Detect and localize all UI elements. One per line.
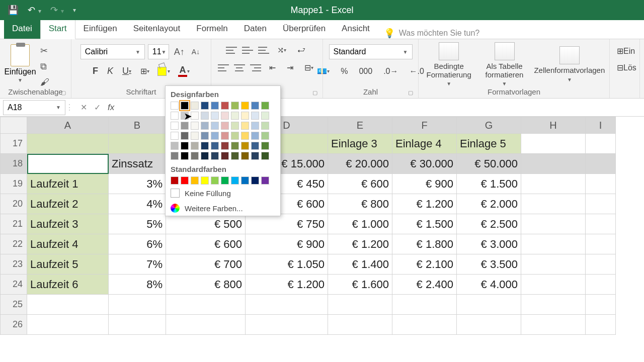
cell[interactable]: Einlage 4 (392, 134, 457, 154)
color-swatch[interactable] (261, 152, 269, 160)
cell[interactable]: € 2.500 (457, 214, 521, 234)
cell[interactable] (109, 295, 166, 315)
color-swatch[interactable] (241, 142, 249, 150)
cell[interactable] (328, 295, 392, 315)
color-swatch[interactable] (171, 176, 179, 185)
undo-icon[interactable]: ↶▾ (28, 5, 41, 16)
color-swatch[interactable] (181, 152, 189, 160)
color-swatch[interactable] (231, 142, 239, 150)
wrap-text-button[interactable]: ⮐ (294, 45, 308, 56)
cell[interactable] (586, 154, 616, 174)
col-header[interactable]: H (521, 117, 586, 134)
align-left-icon[interactable] (218, 63, 229, 72)
color-swatch[interactable] (261, 122, 269, 130)
cell[interactable]: Laufzeit 3 (27, 214, 109, 234)
align-bottom-icon[interactable] (258, 46, 269, 55)
format-as-table-button[interactable]: Als Tabelle formatieren▼ (478, 42, 530, 86)
cell[interactable] (521, 275, 586, 295)
color-swatch[interactable] (211, 102, 219, 110)
cell[interactable]: € 1.500 (457, 174, 521, 194)
cell[interactable]: € 800 (328, 194, 392, 214)
color-swatch[interactable] (251, 122, 259, 130)
color-swatch[interactable] (181, 176, 189, 185)
cell[interactable] (521, 234, 586, 254)
fx-icon[interactable]: fx (108, 103, 114, 113)
color-swatch[interactable] (211, 152, 219, 160)
row-header[interactable]: 23 (0, 254, 27, 275)
increase-font-icon[interactable]: A↑ (172, 46, 187, 58)
cell[interactable] (521, 254, 586, 275)
color-swatch[interactable] (201, 132, 209, 140)
color-swatch[interactable] (171, 102, 179, 110)
decrease-font-icon[interactable]: A↓ (190, 47, 202, 57)
increase-decimal-icon[interactable]: .0→ (380, 66, 401, 77)
orientation-button[interactable]: ⤭▾ (274, 44, 289, 56)
color-swatch[interactable] (261, 112, 269, 120)
col-header[interactable]: F (392, 117, 457, 134)
cell[interactable]: 3% (109, 174, 166, 194)
align-right-icon[interactable] (250, 63, 261, 72)
cell[interactable] (27, 295, 109, 315)
cell[interactable] (586, 214, 616, 234)
cell[interactable]: € 4.000 (457, 275, 521, 295)
tell-me-search[interactable]: 💡 Was möchten Sie tun? (384, 28, 479, 39)
delete-cells-button[interactable]: ⊟ Lös (614, 62, 639, 73)
col-header[interactable]: G (457, 117, 521, 134)
tab-data[interactable]: Daten (236, 20, 275, 39)
col-header[interactable]: A (27, 117, 109, 134)
cell[interactable]: € 1.500 (392, 214, 457, 234)
color-swatch[interactable] (211, 176, 219, 185)
cell[interactable] (392, 295, 457, 315)
borders-button[interactable]: ⊞▾ (137, 65, 152, 77)
cell[interactable] (586, 295, 616, 315)
cell[interactable] (109, 134, 166, 154)
cell[interactable]: Laufzeit 4 (27, 234, 109, 254)
row-header[interactable]: 25 (0, 295, 27, 315)
cell[interactable] (521, 134, 586, 154)
cell[interactable] (328, 315, 392, 335)
color-swatch[interactable] (231, 152, 239, 160)
align-center-icon[interactable] (234, 63, 245, 72)
cell[interactable]: € 1.200 (328, 234, 392, 254)
cell[interactable] (457, 295, 521, 315)
color-swatch[interactable] (221, 102, 229, 110)
cell[interactable] (246, 295, 328, 315)
cell[interactable]: 7% (109, 254, 166, 275)
cell[interactable]: € 1.200 (392, 194, 457, 214)
dialog-launcher-icon[interactable]: ▢ (408, 89, 413, 96)
color-swatch[interactable] (181, 132, 189, 140)
cell[interactable] (109, 315, 166, 335)
cell[interactable]: € 750 (246, 214, 328, 234)
name-box[interactable]: A18▼ (3, 100, 65, 115)
color-swatch[interactable] (191, 176, 199, 185)
color-swatch[interactable] (261, 142, 269, 150)
cell[interactable]: € 2.000 (457, 194, 521, 214)
color-swatch[interactable] (241, 152, 249, 160)
tab-file[interactable]: Datei (4, 20, 40, 39)
cell[interactable]: € 2.400 (392, 275, 457, 295)
redo-icon[interactable]: ↷▾ (50, 5, 64, 16)
color-swatch[interactable] (191, 152, 199, 160)
row-header[interactable]: 26 (0, 315, 27, 335)
increase-indent-icon[interactable]: ⇥ (284, 62, 296, 73)
tab-formulas[interactable]: Formeln (188, 20, 235, 39)
color-swatch[interactable] (201, 142, 209, 150)
color-swatch[interactable] (211, 122, 219, 130)
color-swatch[interactable] (201, 102, 209, 110)
cell[interactable]: € 3.500 (457, 254, 521, 275)
font-color-button[interactable]: A▾ (175, 64, 193, 78)
col-header[interactable]: I (586, 117, 616, 134)
color-swatch[interactable] (221, 152, 229, 160)
font-name-combo[interactable]: Calibri▼ (80, 44, 145, 59)
cell[interactable] (27, 315, 109, 335)
color-swatch[interactable] (261, 176, 269, 185)
color-swatch[interactable] (251, 112, 259, 120)
row-header[interactable]: 21 (0, 214, 27, 234)
row-header[interactable]: 24 (0, 275, 27, 295)
color-swatch[interactable] (261, 102, 269, 110)
cell[interactable]: € 1.600 (328, 275, 392, 295)
cell[interactable]: € 900 (246, 234, 328, 254)
comma-button[interactable]: 000 (356, 66, 375, 77)
cell[interactable]: € 30.000 (392, 154, 457, 174)
cell[interactable]: 4% (109, 194, 166, 214)
